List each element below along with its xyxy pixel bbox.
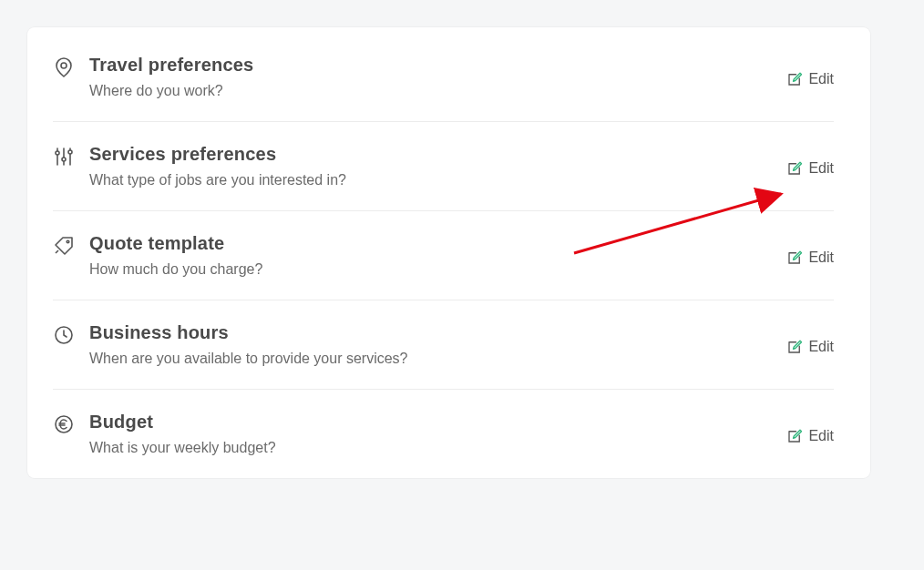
edit-button-budget[interactable]: Edit [786, 428, 834, 444]
svg-point-6 [68, 150, 72, 154]
edit-icon [786, 160, 803, 177]
location-pin-icon [53, 55, 89, 78]
row-services: Services preferences What type of jobs a… [53, 121, 834, 210]
edit-icon [786, 249, 803, 266]
row-title: Business hours [89, 322, 786, 343]
edit-button-hours[interactable]: Edit [786, 339, 834, 355]
price-tag-icon [53, 233, 89, 257]
edit-icon [786, 428, 803, 444]
row-title: Budget [89, 412, 786, 433]
edit-button-services[interactable]: Edit [786, 160, 834, 177]
settings-card: Travel preferences Where do you work? Ed… [27, 27, 870, 478]
edit-button-travel[interactable]: Edit [786, 71, 834, 87]
svg-point-2 [56, 151, 59, 155]
euro-icon [53, 412, 89, 435]
row-subtitle: What is your weekly budget? [89, 440, 786, 456]
row-travel: Travel preferences Where do you work? Ed… [53, 55, 834, 121]
row-subtitle: How much do you charge? [89, 261, 786, 278]
edit-button-quote[interactable]: Edit [786, 249, 834, 266]
edit-label: Edit [808, 71, 834, 87]
edit-icon [786, 71, 803, 87]
row-title: Travel preferences [89, 55, 786, 76]
edit-label: Edit [808, 249, 834, 266]
clock-icon [53, 322, 89, 346]
edit-label: Edit [808, 428, 834, 444]
edit-label: Edit [808, 160, 834, 177]
edit-label: Edit [808, 339, 834, 355]
row-subtitle: When are you available to provide your s… [89, 351, 786, 367]
row-title: Quote template [89, 233, 786, 254]
svg-point-9 [56, 416, 72, 433]
row-quote: Quote template How much do you charge? E… [53, 210, 834, 300]
edit-icon [786, 339, 803, 355]
svg-point-7 [67, 240, 69, 243]
row-subtitle: What type of jobs are you interested in? [89, 172, 786, 188]
row-budget: Budget What is your weekly budget? Edit [53, 389, 834, 478]
svg-point-4 [62, 158, 66, 161]
sliders-icon [53, 144, 89, 168]
svg-point-0 [61, 63, 67, 68]
row-subtitle: Where do you work? [89, 83, 786, 99]
row-title: Services preferences [89, 144, 786, 165]
row-hours: Business hours When are you available to… [53, 300, 834, 389]
